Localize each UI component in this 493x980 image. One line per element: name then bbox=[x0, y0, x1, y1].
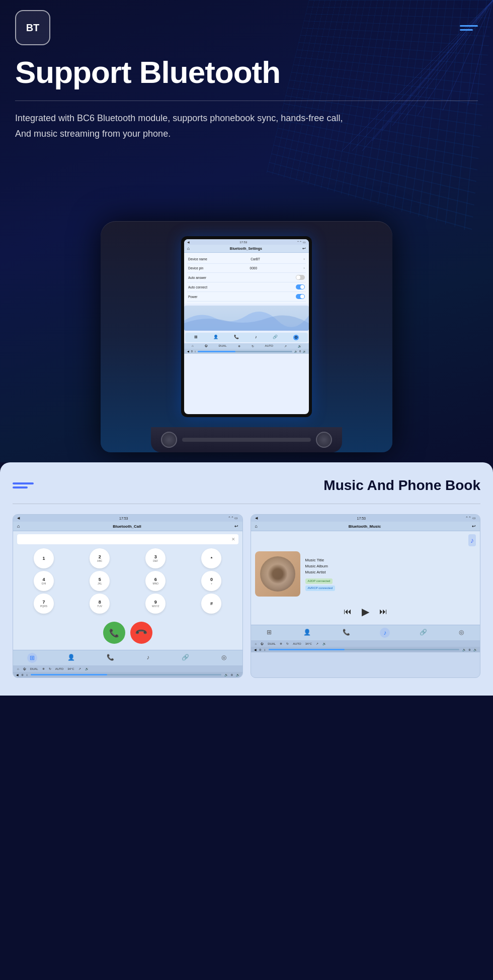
call-back-arrow[interactable]: ◀ bbox=[17, 516, 20, 520]
screen-inner: ◀ 17:53 ⌃⌃ ▭ ⌂ Bluetooth_Settings ↩ bbox=[184, 239, 309, 414]
ctrl-fan[interactable]: ❄ bbox=[238, 344, 240, 348]
music-tab-target[interactable]: ◎ bbox=[457, 628, 466, 638]
tab-settings-icon[interactable]: ⚙ bbox=[293, 335, 299, 340]
call-answer-btn[interactable]: 📞 bbox=[103, 622, 125, 644]
music-tab-link[interactable]: 🔗 bbox=[418, 628, 429, 638]
ctrl-dual: DUAL bbox=[219, 344, 227, 348]
music-back-arrow[interactable]: ◀ bbox=[255, 516, 258, 520]
call-ctrl-power[interactable]: ⏻ bbox=[22, 667, 27, 670]
auto-answer-label: Auto answer bbox=[188, 276, 206, 279]
vol-icon-right: 🔊 bbox=[303, 350, 306, 353]
tab-link-icon[interactable]: 🔗 bbox=[273, 335, 278, 340]
music-nav: ⌂ Bluetooth_Music ↩ bbox=[251, 522, 480, 531]
call-tab-music[interactable]: ♪ bbox=[144, 653, 151, 663]
music-tab-music[interactable]: ♪ bbox=[380, 628, 390, 638]
back-arrow[interactable]: ◀ bbox=[187, 350, 189, 353]
auto-connect-toggle[interactable] bbox=[296, 284, 305, 289]
dial-9[interactable]: 9WXYZ bbox=[145, 594, 166, 614]
ctrl-home[interactable]: ⌂ bbox=[192, 344, 194, 348]
call-ctrl-arrow[interactable]: ↗ bbox=[77, 667, 82, 670]
temp-slider[interactable] bbox=[198, 351, 292, 352]
music-sl-back[interactable]: ◀ bbox=[254, 648, 257, 651]
call-ctrl-fan[interactable]: ❄ bbox=[41, 667, 46, 670]
call-sl-temp: ↕ bbox=[26, 673, 28, 676]
call-end-btn[interactable]: 📞 bbox=[126, 617, 157, 648]
music-badges: A2DP connected AVRCP connected bbox=[305, 577, 476, 591]
power-label: Power bbox=[188, 295, 197, 299]
dial-4[interactable]: 4GHI bbox=[34, 571, 54, 591]
screen-bezel: ◀ 17:53 ⌃⌃ ▭ ⌂ Bluetooth_Settings ↩ bbox=[181, 236, 312, 417]
next-btn[interactable]: ⏭ bbox=[379, 607, 387, 616]
prev-btn[interactable]: ⏮ bbox=[344, 607, 352, 616]
hero-divider bbox=[15, 101, 478, 101]
dial-hash[interactable]: # bbox=[201, 594, 221, 614]
call-tab-grid[interactable]: ⊞ bbox=[27, 653, 37, 663]
call-tab-target[interactable]: ◎ bbox=[219, 653, 228, 663]
ctrl-power[interactable]: ⏻ bbox=[205, 344, 208, 348]
screen-row-auto-connect: Auto connect bbox=[187, 282, 306, 292]
call-tab-person[interactable]: 👤 bbox=[65, 653, 77, 663]
call-actions: 📞 📞 bbox=[17, 619, 238, 647]
music-back-icon[interactable]: ↩ bbox=[472, 524, 476, 529]
call-sl-0r: 0 bbox=[231, 673, 232, 676]
call-temp-slider[interactable] bbox=[31, 674, 221, 675]
dial-3[interactable]: 3DEF bbox=[145, 548, 166, 568]
screen-back-icon[interactable]: ◀ bbox=[187, 240, 190, 244]
call-ctrl-home[interactable]: ⌂ bbox=[16, 667, 20, 670]
music-ctrl-power[interactable]: ⏻ bbox=[260, 642, 265, 645]
device-name-value: CarBT bbox=[251, 257, 260, 261]
play-btn[interactable]: ▶ bbox=[362, 606, 369, 618]
right-knob[interactable] bbox=[316, 432, 332, 448]
screen-back-btn[interactable]: ↩ bbox=[302, 246, 306, 251]
music-tab-grid[interactable]: ⊞ bbox=[265, 628, 274, 638]
ctrl-ac[interactable]: ↻ bbox=[252, 344, 254, 348]
chevron-icon[interactable]: › bbox=[303, 257, 305, 261]
music-ctrl-dual: DUAL bbox=[267, 642, 277, 645]
music-ctrl-fan[interactable]: ❄ bbox=[279, 642, 283, 645]
dialpad: 1 2ABC 3DEF * 4GHI 5JKL 6MNO 0+ 7PQRS 8T… bbox=[17, 548, 238, 614]
dial-7[interactable]: 7PQRS bbox=[34, 594, 54, 614]
dial-8[interactable]: 8TUV bbox=[90, 594, 110, 614]
vol-icon: 🔊 bbox=[294, 350, 297, 353]
tab-person-icon[interactable]: 👤 bbox=[213, 335, 218, 340]
call-ctrl-ac[interactable]: ↻ bbox=[48, 667, 52, 670]
dial-star[interactable]: * bbox=[201, 548, 221, 568]
dial-1[interactable]: 1 bbox=[34, 548, 54, 568]
call-back-icon[interactable]: ↩ bbox=[234, 524, 238, 529]
call-clear-icon[interactable]: ✕ bbox=[231, 537, 235, 542]
ctrl-arrow[interactable]: ↗ bbox=[284, 344, 287, 348]
tab-grid-icon[interactable]: ⊞ bbox=[194, 335, 198, 340]
auto-answer-toggle[interactable] bbox=[296, 275, 305, 280]
call-tab-phone[interactable]: 📞 bbox=[105, 653, 116, 663]
left-knob[interactable] bbox=[161, 432, 177, 448]
hero-section: BT Support Bluetooth Integrated with BC6… bbox=[0, 0, 493, 462]
call-ctrl-vol[interactable]: 🔊 bbox=[84, 667, 90, 670]
music-ctrl-arrow[interactable]: ↗ bbox=[315, 642, 319, 645]
dial-2[interactable]: 2ABC bbox=[90, 548, 110, 568]
tab-music-icon[interactable]: ♪ bbox=[255, 335, 257, 340]
chevron-pin-icon[interactable]: › bbox=[303, 266, 305, 270]
hero-heading: Support Bluetooth bbox=[15, 55, 478, 89]
screen-statusbar: ◀ 17:53 ⌃⌃ ▭ bbox=[184, 239, 309, 245]
call-input-field[interactable] bbox=[20, 536, 231, 542]
dial-6[interactable]: 6MNO bbox=[145, 571, 166, 591]
ctrl-vol[interactable]: 🔊 bbox=[298, 344, 301, 348]
call-sl-back[interactable]: ◀ bbox=[16, 673, 19, 676]
music-ctrl-vol[interactable]: 🔊 bbox=[321, 642, 327, 645]
call-tab-link[interactable]: 🔗 bbox=[180, 653, 191, 663]
music-temp-slider[interactable] bbox=[269, 649, 459, 650]
music-ctrl-ac[interactable]: ↻ bbox=[285, 642, 290, 645]
dial-5[interactable]: 5JKL bbox=[90, 571, 110, 591]
power-toggle[interactable] bbox=[296, 294, 305, 299]
tab-phone-icon[interactable]: 📞 bbox=[234, 335, 239, 340]
music-controls-bar: ⌂ ⏻ DUAL ❄ ↻ AUTO 34°C ↗ 🔊 bbox=[251, 640, 480, 647]
hamburger-menu[interactable] bbox=[460, 25, 478, 31]
screen-nav-title: Bluetooth_Settings bbox=[190, 247, 302, 250]
hero-desc-line2: And music streaming from your phone. bbox=[15, 126, 478, 142]
music-ctrl-home[interactable]: ⌂ bbox=[254, 642, 258, 645]
dial-0[interactable]: 0+ bbox=[201, 571, 221, 591]
music-title: Music Title bbox=[305, 557, 476, 563]
call-status-time: 17:53 bbox=[119, 517, 128, 520]
music-tab-phone[interactable]: 📞 bbox=[341, 628, 352, 638]
music-tab-person[interactable]: 👤 bbox=[301, 628, 313, 638]
